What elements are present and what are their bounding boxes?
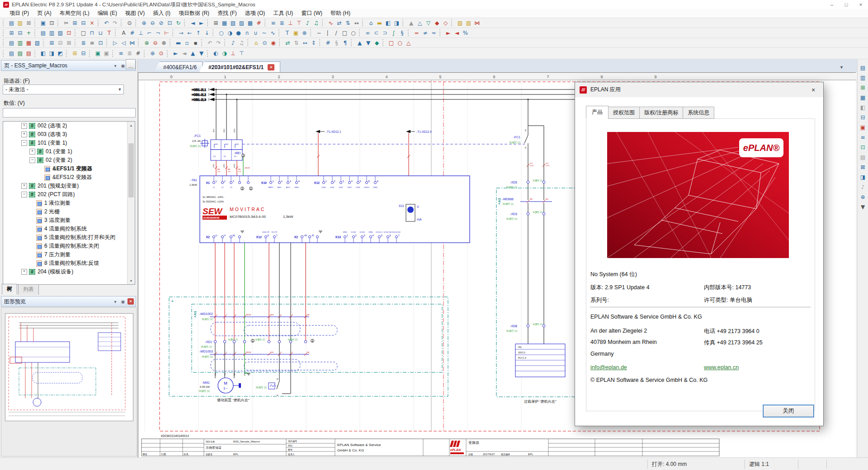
toolbar-icon[interactable]: ⊞ <box>71 49 79 58</box>
panel-view-tab-1[interactable]: 列表 <box>18 284 39 295</box>
toolbar-icon[interactable]: ∞ <box>363 28 372 37</box>
zoom-fit-icon[interactable]: ⊡ <box>165 19 174 27</box>
dialog-tab-2[interactable]: 版权/注册商标 <box>639 107 683 119</box>
scroll-thumb[interactable] <box>128 143 134 197</box>
page-tab-1[interactable]: #203#101#02&EFS1/1✕ <box>199 61 280 72</box>
maximize-button[interactable]: □ <box>839 0 854 9</box>
toolbar-icon[interactable]: ≣ <box>278 19 286 27</box>
menu-item-5[interactable]: 插入 (I) <box>149 9 175 17</box>
copy-icon[interactable]: ⊞ <box>71 19 79 27</box>
toolbar-icon[interactable]: ⊡ <box>859 142 868 152</box>
tree-item[interactable]: &EFS1/2 变频器 <box>3 173 135 182</box>
toolbar-icon[interactable]: ⊗ <box>160 38 168 47</box>
toolbar-icon[interactable]: ◑ <box>220 49 229 58</box>
toolbar-icon[interactable]: § <box>332 38 341 47</box>
toolbar-icon[interactable]: ≡ <box>117 49 125 58</box>
cut-icon[interactable]: ✂ <box>62 19 71 27</box>
tree-item[interactable]: +#201 (预规划变量) <box>3 182 135 190</box>
email-link[interactable]: info@eplan.de <box>590 364 627 371</box>
toolbar-icon[interactable]: ▬ <box>375 19 384 27</box>
tree-item[interactable]: +#204 (模板设备) <box>3 268 135 276</box>
toolbar-icon[interactable]: ↔ <box>301 38 309 47</box>
toolbar-icon[interactable]: ⊡ <box>65 28 73 37</box>
toolbar-icon[interactable]: ≡ <box>88 38 96 47</box>
toolbar-icon[interactable]: ⊥ <box>286 19 295 27</box>
toolbar-icon[interactable]: ⊤ <box>295 19 303 27</box>
toolbar-icon[interactable]: ≣ <box>125 49 134 58</box>
toolbar-icon[interactable]: ◨ <box>859 172 868 182</box>
toolbar-icon[interactable]: − <box>315 28 323 37</box>
menu-item-3[interactable]: 编辑 (E) <box>94 9 121 17</box>
tree-expander-icon[interactable]: − <box>21 192 27 197</box>
open-project-icon[interactable]: ▨ <box>16 19 24 27</box>
toolbar-icon[interactable]: ▧ <box>33 38 42 47</box>
tree-expander-icon[interactable]: + <box>29 149 35 155</box>
toolbar-icon[interactable]: ◩ <box>56 49 65 58</box>
toolbar-icon[interactable]: ◧ <box>39 49 47 58</box>
preview-panel-header[interactable]: 图形预览 ▾ ◉ ✕ <box>1 296 136 307</box>
toolbar-icon[interactable]: ▤ <box>859 152 868 162</box>
menu-item-0[interactable]: 项目 (P) <box>5 9 33 17</box>
toolbar-icon[interactable]: T <box>283 28 292 37</box>
toolbar-icon[interactable]: % <box>461 28 470 37</box>
redo-icon[interactable]: ↷ <box>111 19 119 27</box>
toolbar-icon[interactable]: ∪ <box>251 28 260 37</box>
tree-expander-icon[interactable]: + <box>21 132 27 137</box>
grid-1-icon[interactable]: ▦ <box>220 19 229 27</box>
menu-item-11[interactable]: 帮助 (H) <box>326 9 354 17</box>
tree-item[interactable]: −#101 (变量 1) <box>3 139 135 147</box>
tree-expander-icon[interactable]: + <box>21 183 27 189</box>
grid-4-icon[interactable]: ▩ <box>246 19 255 27</box>
toolbar-icon[interactable]: ◄ <box>453 28 461 37</box>
toolbar-icon[interactable]: △ <box>404 38 413 47</box>
toolbar-icon[interactable]: ⊕ <box>859 192 868 202</box>
toolbar-icon[interactable]: ⊞ <box>7 28 16 37</box>
toolbar-icon[interactable]: ⊙ <box>260 38 269 47</box>
toolbar-icon[interactable]: ≡ <box>269 19 278 27</box>
toolbar-icon[interactable]: ▥ <box>16 38 24 47</box>
toolbar-icon[interactable]: ≠ <box>421 28 429 37</box>
tree-item[interactable]: 1 液位测量 <box>3 199 135 207</box>
page-tab-0[interactable]: #400&EFA1/6 <box>154 61 203 72</box>
toolbar-icon[interactable]: ⊠ <box>65 38 73 47</box>
toolbar-icon[interactable]: ⊓ <box>88 28 96 37</box>
zoom-out-icon[interactable]: ⊖ <box>148 19 157 27</box>
dialog-titlebar[interactable]: /// EPLAN 应用 × <box>575 82 823 97</box>
tree-item[interactable]: 6 流量阀控制系统:关闭 <box>3 242 135 250</box>
zoom-in-icon[interactable]: ⊕ <box>140 19 148 27</box>
toolbar-icon[interactable]: ▣ <box>102 49 111 58</box>
toolbar-icon[interactable]: ⊞ <box>859 83 868 93</box>
toolbar-icon[interactable]: ▲ <box>189 49 197 58</box>
toolbar-icon[interactable]: ⊃ <box>381 28 389 37</box>
toolbar-icon[interactable]: ⊙ <box>157 49 165 58</box>
toolbar-icon[interactable]: ⌂ <box>367 19 375 27</box>
toolbar-icon[interactable]: ⊤ <box>237 49 246 58</box>
undo-icon[interactable]: ↶ <box>102 19 111 27</box>
toolbar-icon[interactable]: ◧ <box>384 19 392 27</box>
tree-item[interactable]: 2 光栅 <box>3 207 135 216</box>
toolbar-icon[interactable]: # <box>324 38 332 47</box>
website-link[interactable]: www.eplan.cn <box>704 364 739 371</box>
toolbar-icon[interactable]: ▨ <box>456 19 464 27</box>
toolbar-icon[interactable]: ⊡ <box>96 38 105 47</box>
menu-item-10[interactable]: 窗口 (W) <box>297 9 326 17</box>
add-icon[interactable]: + <box>24 28 33 37</box>
toolbar-icon[interactable]: ∫ <box>389 28 398 37</box>
toolbar-icon[interactable]: ♫ <box>237 38 246 47</box>
close-dialog-button[interactable]: 关闭 <box>763 405 814 417</box>
panel-view-tab-0[interactable]: 树 <box>2 284 17 295</box>
toolbar-icon[interactable]: ▲ <box>355 38 364 47</box>
toolbar-icon[interactable]: ▼ <box>364 38 373 47</box>
toolbar-icon[interactable]: ● <box>234 28 243 37</box>
value-input[interactable] <box>3 108 136 118</box>
tree-item[interactable]: 8 流量阀控制系统:反馈 <box>3 259 135 268</box>
dialog-close-icon[interactable]: × <box>808 86 819 94</box>
toolbar-icon[interactable]: ↔ <box>352 19 361 27</box>
toolbar-icon[interactable]: ⇅ <box>292 38 301 47</box>
toolbar-icon[interactable]: ◑ <box>226 28 234 37</box>
toolbar-icon[interactable]: ⌐ <box>145 28 154 37</box>
chevron-down-icon[interactable]: ▾ <box>112 298 118 305</box>
scroll-down-icon[interactable]: ▼ <box>127 277 135 284</box>
menu-item-9[interactable]: 工具 (U) <box>269 9 297 17</box>
toolbar-icon[interactable]: ⊖ <box>151 38 160 47</box>
